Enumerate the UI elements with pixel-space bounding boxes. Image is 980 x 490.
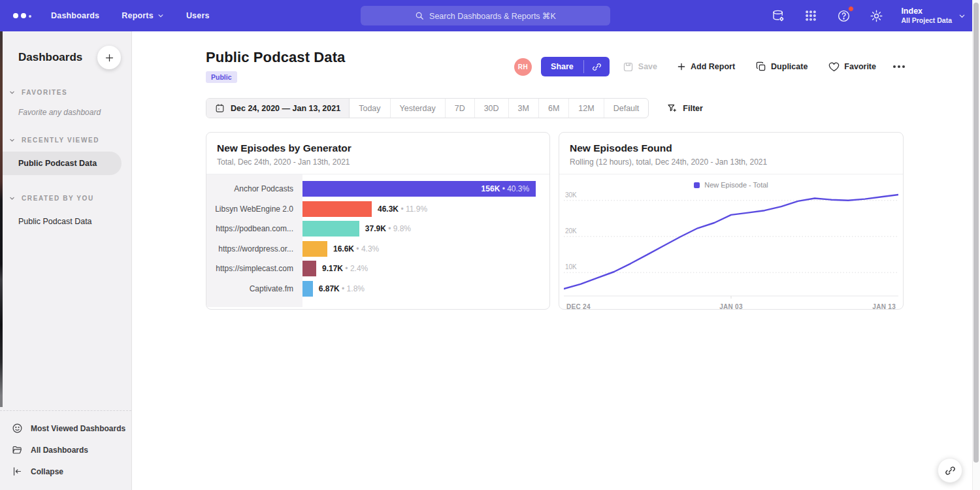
save-icon [623,61,634,73]
favorite-button[interactable]: Favorite [828,61,876,73]
project-switcher[interactable]: Index All Project Data [901,7,966,25]
sidebar-section: FAVORITESFavorite any dashboard [0,89,131,117]
sidebar-sections: FAVORITESFavorite any dashboardRECENTLY … [0,89,131,233]
bar-track: 9.17K • 2.4% [302,261,549,276]
line-chart-plot: 10K20K30KDEC 24JAN 03JAN 13 [564,191,898,310]
line-chart-title: New Episodes Found [570,142,892,154]
bar-value-label: 16.6K • 4.3% [333,244,379,253]
bar-row: Captivate.fm6.87K • 1.8% [206,279,549,299]
preset-12m[interactable]: 12M [569,99,604,118]
preset-30d[interactable]: 30D [475,99,509,118]
nav-item-users[interactable]: Users [186,11,210,20]
preset-3m[interactable]: 3M [509,99,539,118]
bar-value-label: 6.87K • 1.8% [319,284,365,293]
preset-today[interactable]: Today [350,99,390,118]
add-report-button[interactable]: Add Report [677,62,735,71]
legend-label: New Episode - Total [704,181,768,189]
sidebar-section-header[interactable]: RECENTLY VIEWED [0,137,131,144]
nav-item-label: Reports [122,11,154,20]
svg-text:JAN 13: JAN 13 [872,303,896,310]
share-link-button[interactable] [584,57,610,76]
project-scope: All Project Data [901,16,952,25]
search-input[interactable]: Search Dashboards & Reports ⌘K [361,6,610,25]
sidebar-item-list: Public Podcast Data [0,152,131,175]
floating-link-button[interactable] [938,458,962,483]
sidebar-footer: Most Viewed DashboardsAll DashboardsColl… [0,410,131,485]
project-name: Index [901,7,952,17]
scrollbar-thumb[interactable] [973,3,979,463]
preset-7d[interactable]: 7D [446,99,475,118]
bar-row: Libsyn WebEngine 2.046.3K • 11.9% [206,199,549,220]
more-menu-button[interactable] [893,65,905,68]
logo-dot [13,13,18,18]
save-button[interactable]: Save [623,61,657,73]
chevron-down-icon [9,90,15,95]
date-range-button[interactable]: Dec 24, 2020 — Jan 13, 2021 [206,99,350,118]
duplicate-icon [756,61,766,72]
bar-segment[interactable] [302,201,372,217]
footer-item-collapse[interactable]: Collapse [0,461,131,482]
sidebar-section-header[interactable]: CREATED BY YOU [0,195,131,202]
page-title: Public Podcast Data [206,49,345,66]
share-button[interactable]: Share [541,57,583,76]
bar-segment[interactable] [302,241,327,257]
duplicate-button[interactable]: Duplicate [756,61,808,72]
chevron-down-icon [157,12,164,19]
sidebar-item[interactable]: Public Podcast Data [0,152,122,175]
bar-category-label: https://podbean.com... [206,224,302,233]
bar-segment[interactable] [302,261,316,276]
apps-grid-icon[interactable] [803,8,819,24]
dashboard-actions: RH Share Save Add Report [514,57,905,76]
link-icon [592,62,602,72]
footer-item-most-viewed-dashboards[interactable]: Most Viewed Dashboards [0,417,131,439]
preset-default[interactable]: Default [604,99,649,118]
help-icon[interactable] [836,8,851,24]
logo-dot [21,13,26,18]
main-area: Public Podcast Data Public RH Share Sa [132,31,972,490]
sidebar-section-label: FAVORITES [22,89,67,96]
preset-yesterday[interactable]: Yesterday [391,99,446,118]
link-icon [945,465,956,476]
favorite-label: Favorite [844,62,876,71]
folder-icon [12,444,23,455]
collapse-icon [12,466,23,477]
preset-6m[interactable]: 6M [539,99,569,118]
sidebar-item[interactable]: Public Podcast Data [0,210,131,233]
bar-chart-card: New Episodes by Generator Total, Dec 24t… [206,132,550,310]
app-root: DashboardsReportsUsers Search Dashboards… [0,0,980,490]
legend-swatch [694,182,700,188]
sidebar-section-header[interactable]: FAVORITES [0,89,131,96]
filter-button[interactable]: Filter [667,103,703,114]
screen-edge-strip [0,31,3,407]
bar-value-label: 156K • 40.3% [482,184,530,193]
logo-dot [29,15,31,18]
date-range-control: Dec 24, 2020 — Jan 13, 2021 TodayYesterd… [206,98,649,118]
sidebar-section: RECENTLY VIEWEDPublic Podcast Data [0,137,131,175]
avatar[interactable]: RH [514,58,532,76]
bar-value-label: 46.3K • 11.9% [378,204,427,214]
bar-category-label: Anchor Podcasts [206,184,302,193]
bar-segment[interactable] [302,281,313,297]
sidebar-title: Dashboards [18,51,82,64]
bar-track: 37.9K • 9.8% [302,221,549,237]
add-dashboard-button[interactable] [97,46,121,69]
footer-item-all-dashboards[interactable]: All Dashboards [0,439,131,461]
settings-gear-icon[interactable] [868,8,884,24]
nav-item-reports[interactable]: Reports [122,11,164,20]
bar-category-label: https://wordpress.or... [206,244,302,253]
bar-value-label: 9.17K • 2.4% [322,264,368,273]
sidebar: Dashboards FAVORITESFavorite any dashboa… [0,31,132,490]
share-button-group: Share [541,57,610,76]
bar-segment[interactable]: 156K • 40.3% [302,181,536,197]
nav-item-dashboards[interactable]: Dashboards [51,11,99,20]
search-placeholder: Search Dashboards & Reports ⌘K [429,11,556,21]
data-sources-icon[interactable] [770,8,786,24]
page-scrollbar[interactable] [972,0,980,490]
nav-right-cluster: Index All Project Data [770,0,966,31]
sidebar-item-list: Public Podcast Data [0,210,131,233]
duplicate-label: Duplicate [771,62,808,71]
bar-row: https://simplecast.com9.17K • 2.4% [206,259,549,279]
sidebar-section: CREATED BY YOUPublic Podcast Data [0,195,131,233]
app-logo[interactable] [13,13,31,18]
bar-segment[interactable] [302,221,359,237]
